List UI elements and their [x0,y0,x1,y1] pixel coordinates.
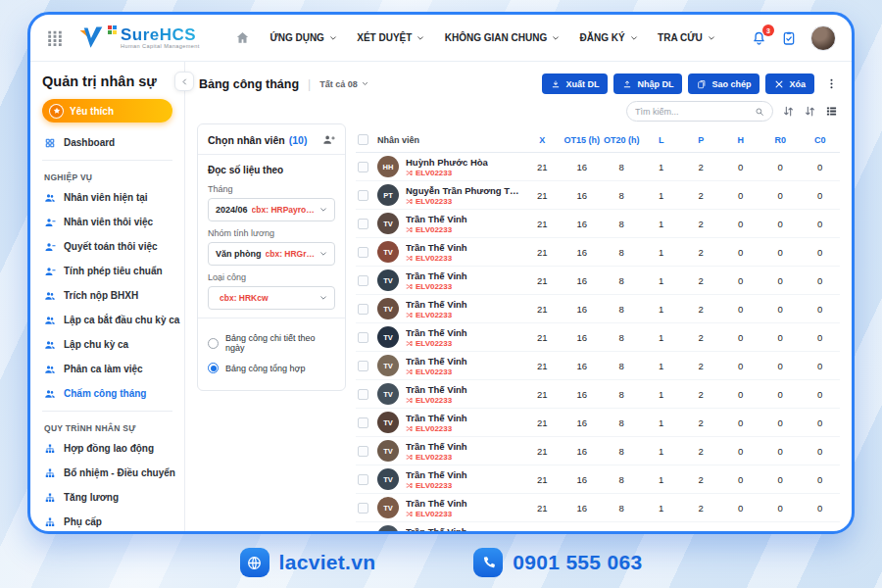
employee-name[interactable]: Trần Thế Vinh [406,498,467,509]
employee-name[interactable]: Nguyễn Trần Phương Thảo [406,185,522,196]
scope-dropdown[interactable]: Tất cả 08 [319,79,368,89]
toolbar-button[interactable]: Nhập DL [613,74,682,94]
row-checkbox[interactable] [358,275,368,286]
sort-secondary-button[interactable] [804,105,816,118]
user-avatar[interactable] [810,25,836,51]
search-box[interactable] [626,101,773,122]
table-row[interactable]: TV Trần Thế Vinh ELV02233 [356,238,840,267]
sidebar-item[interactable]: Nhân viên hiện tại [42,185,172,210]
sidebar-item[interactable]: Tính phép tiêu chuẩn [42,259,172,283]
employee-name[interactable]: Trần Thế Vinh [406,214,467,224]
table-row[interactable]: TV Trần Thế Vinh ELV02233 [356,437,840,466]
search-input[interactable] [635,107,755,117]
footer-phone[interactable]: 0901 555 063 [473,548,642,577]
field-select[interactable]: Văn phòng cbx: HRGroupSalary [208,242,335,266]
row-checkbox[interactable] [358,417,368,428]
row-checkbox[interactable] [358,361,368,371]
employee-name[interactable]: Trần Thế Vinh [406,270,467,281]
column-header[interactable]: H [721,135,761,145]
report-type-radio[interactable]: Bảng công chi tiết theo ngày [208,328,335,358]
table-row[interactable]: TV Trần Thế Vinh ELV02233 [356,522,840,531]
row-checkbox[interactable] [358,531,368,532]
cell-r0: 0 [760,531,801,532]
toolbar-button[interactable]: Sao chép [688,74,760,94]
nav-menu-item[interactable]: TRA CỨU [658,32,715,43]
sidebar-item[interactable]: Quyết toán thôi việc [42,234,172,259]
nav-menu-item[interactable]: ỨNG DỤNG [270,32,337,43]
footer-website[interactable]: lacviet.vn [240,548,376,577]
employee-name[interactable]: Trần Thế Vinh [406,242,467,253]
column-header[interactable]: R0 [760,135,801,145]
row-checkbox[interactable] [358,474,368,485]
table-row[interactable]: TV Trần Thế Vinh ELV02233 [356,267,840,295]
table-row[interactable]: TV Trần Thế Vinh ELV02233 [356,323,840,352]
sidebar-item-dashboard[interactable]: Dashboard [42,130,172,155]
app-launcher-icon[interactable] [46,29,64,47]
columns-button[interactable] [825,105,838,118]
nav-menu-item[interactable]: ĐĂNG KÝ [580,32,638,43]
add-employee-button[interactable] [322,133,335,146]
employee-name[interactable]: Trần Thế Vinh [406,441,467,452]
sidebar-item[interactable]: Phụ cấp [42,510,172,534]
row-checkbox[interactable] [358,332,368,343]
sort-button[interactable] [782,105,795,118]
table-row[interactable]: TV Trần Thế Vinh ELV02233 [356,295,840,323]
table-row[interactable]: HH Huỳnh Phước Hòa ELV02233 [356,153,840,181]
field-select[interactable]: cbx: HRKcw [208,286,335,310]
table-row[interactable]: TV Trần Thế Vinh ELV02233 [356,466,840,494]
table-row[interactable]: TV Trần Thế Vinh ELV02233 [356,409,840,437]
column-header[interactable]: C0 [801,135,841,145]
search-icon[interactable] [755,107,764,117]
tasks-button[interactable] [781,30,797,46]
table-row[interactable]: TV Trần Thế Vinh ELV02233 [356,210,840,238]
row-checkbox[interactable] [358,247,368,258]
employee-name[interactable]: Huỳnh Phước Hòa [406,157,488,168]
employee-name[interactable]: Trần Thế Vinh [406,356,467,367]
column-header[interactable]: P [681,135,721,145]
table-row[interactable]: TV Trần Thế Vinh ELV02233 [356,494,840,522]
toolbar-button[interactable]: Xóa [765,74,814,94]
nav-menu-item[interactable]: KHÔNG GIAN CHUNG [445,32,560,43]
employee-name[interactable]: Trần Thế Vinh [406,384,467,395]
column-header[interactable]: OT20 (h) [602,135,642,145]
employee-name[interactable]: Trần Thế Vinh [406,327,467,338]
employee-name[interactable]: Trần Thế Vinh [406,299,467,310]
sidebar-item[interactable]: Tăng lương [42,485,172,510]
column-header[interactable]: L [642,135,682,145]
sidebar-item[interactable]: Bổ nhiệm - Điều chuyển [42,461,172,485]
table-row[interactable]: TV Trần Thế Vinh ELV02233 [356,352,840,380]
table-row[interactable]: PT Nguyễn Trần Phương Thảo ELV02233 [356,181,840,210]
sidebar-item[interactable]: Nhân viên thôi việc [42,210,172,234]
sidebar-item[interactable]: Hợp đồng lao động [42,436,172,461]
row-checkbox[interactable] [358,190,368,201]
nav-menu-item[interactable]: XÉT DUYỆT [357,32,424,43]
logo[interactable]: SureHCS Human Capital Management [77,24,200,51]
select-all-checkbox[interactable] [358,134,368,145]
more-menu-button[interactable] [825,77,838,90]
employee-name[interactable]: Trần Thế Vinh [406,526,467,532]
column-header[interactable]: X [522,135,563,145]
employee-name[interactable]: Trần Thế Vinh [406,413,467,423]
row-checkbox[interactable] [358,389,368,400]
nav-home[interactable] [235,30,250,45]
sidebar-item[interactable]: Lập ca bắt đầu chu kỳ ca [42,308,172,332]
field-select[interactable]: 2024/06 cbx: HRPayrollDow [208,198,335,221]
table-row[interactable]: TV Trần Thế Vinh ELV02233 [356,380,840,409]
row-checkbox[interactable] [358,162,368,172]
row-checkbox[interactable] [358,446,368,457]
toolbar-button[interactable]: Xuất DL [542,74,608,94]
report-type-radio[interactable]: Bảng công tổng hợp [208,358,335,378]
row-checkbox[interactable] [358,219,368,229]
employee-name[interactable]: Trần Thế Vinh [406,469,467,480]
row-checkbox[interactable] [358,304,368,315]
sidebar-item[interactable]: Chấm công tháng [42,381,172,406]
column-header[interactable]: OT15 (h) [563,135,603,145]
notifications-button[interactable]: 3 [751,29,767,46]
sidebar-item[interactable]: Phân ca làm việc [42,357,172,381]
row-checkbox[interactable] [358,503,368,514]
sidebar-collapse-button[interactable] [174,72,194,91]
sidebar-item[interactable]: Trích nộp BHXH [42,283,172,308]
favorites-button[interactable]: Yêu thích [42,99,172,122]
cell-l: 1 [642,446,682,457]
sidebar-item[interactable]: Lập chu kỳ ca [42,332,172,357]
